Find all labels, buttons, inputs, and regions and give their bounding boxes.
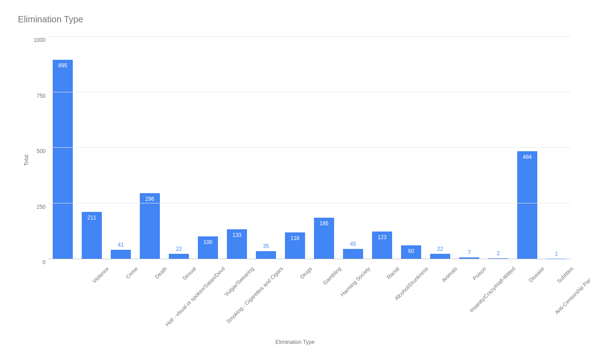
bar-slot: 123 <box>368 37 397 259</box>
x-axis-label: Elimination Type <box>0 339 590 345</box>
bar-slot: 185 <box>310 37 339 259</box>
bar-value-label: 895 <box>58 62 67 69</box>
bar-slot: 41 <box>106 37 135 259</box>
bars-group: 8952114129622100133351181854512360227248… <box>48 37 571 259</box>
bar: 133 <box>227 229 247 259</box>
bar-value-label: 100 <box>203 239 212 245</box>
bar: 35 <box>256 251 276 259</box>
gridline <box>48 203 571 203</box>
bar: 100 <box>198 236 218 259</box>
bar-value-label: 118 <box>290 235 299 241</box>
bar-value-label: 60 <box>408 248 414 254</box>
y-axis-label: Total <box>23 155 29 166</box>
bar-slot: 133 <box>222 37 251 259</box>
bar: 123 <box>372 232 393 259</box>
bar-slot: 7 <box>455 37 484 259</box>
bar-slot: 296 <box>135 37 164 259</box>
bar: 118 <box>285 232 305 259</box>
bar-value-label: 1 <box>555 251 558 257</box>
gridline <box>48 147 571 148</box>
x-label-slot: Insanity/Crazy/Half-Witted <box>455 261 484 323</box>
bar-slot: 45 <box>339 37 368 259</box>
bar-slot: 35 <box>251 37 280 259</box>
x-label-slot: Racial <box>339 261 368 323</box>
x-label-slot: Death <box>106 261 135 323</box>
bar-value-label: 185 <box>319 220 328 227</box>
bar: 7 <box>459 257 480 259</box>
bar-slot: 118 <box>280 37 310 259</box>
bar: 60 <box>401 245 422 259</box>
bar: 41 <box>111 250 131 259</box>
x-label-slot: Gambling <box>280 261 310 323</box>
x-label-slot: Vulgar/Swearing <box>193 261 222 323</box>
x-tick-label: Anti-Censorship Paragraph <box>538 264 590 331</box>
chart-title: Elimination Type <box>18 14 572 25</box>
x-label-slot: Crime <box>77 261 106 323</box>
bar-value-label: 22 <box>176 246 182 252</box>
x-label-slot: Violence <box>48 261 77 323</box>
bar: 484 <box>517 151 538 259</box>
chart-container: Elimination Type Total 89521141296221001… <box>18 14 572 323</box>
x-label-slot: Smoking - Cigarettes and Cigars <box>222 261 251 323</box>
bar-value-label: 7 <box>468 249 471 256</box>
bar-slot: 211 <box>77 37 106 259</box>
x-label-slot: Anti-Censorship Paragraph <box>542 261 571 323</box>
bar-slot: 1 <box>542 37 571 259</box>
bar-value-label: 2 <box>497 250 500 256</box>
bar-value-label: 484 <box>523 154 531 160</box>
bar-value-label: 35 <box>263 243 269 249</box>
bar-slot: 895 <box>48 37 77 259</box>
bar-slot: 100 <box>193 37 222 259</box>
x-label-slot: Disease <box>484 261 513 323</box>
bar-value-label: 133 <box>232 232 241 238</box>
plot-area: 8952114129622100133351181854512360227248… <box>48 37 571 259</box>
bar: 22 <box>169 254 189 259</box>
bar: 22 <box>430 254 451 259</box>
bar: 211 <box>82 212 102 259</box>
x-label-slot: Alcohol/Drunkness <box>368 261 397 323</box>
bar-slot: 60 <box>397 37 426 259</box>
bar: 2 <box>488 258 509 259</box>
bar-slot: 22 <box>164 37 193 259</box>
bar-value-label: 296 <box>145 196 154 202</box>
x-label-slot: Subtitles <box>513 261 542 323</box>
bar: 45 <box>343 249 364 259</box>
x-label-slot: Drugs <box>251 261 280 323</box>
bar-value-label: 41 <box>118 242 124 248</box>
bar-value-label: 123 <box>377 234 386 240</box>
bar: 895 <box>53 60 73 259</box>
bar: 185 <box>314 218 335 259</box>
x-label-slot: Harming Society <box>310 261 339 323</box>
x-label-slot: Sexual <box>135 261 164 323</box>
x-label-slot: Poison <box>426 261 455 323</box>
bar-slot: 484 <box>513 37 542 259</box>
bar-value-label: 45 <box>350 241 356 247</box>
bar-value-label: 22 <box>437 246 443 252</box>
x-label-slot: Hell - visual or spoken/Satan/Devil <box>164 261 193 323</box>
gridline <box>48 36 571 37</box>
x-label-slot: Animals <box>397 261 426 323</box>
x-tick-labels: ViolenceCrimeDeathSexualHell - visual or… <box>48 261 571 323</box>
bar-value-label: 211 <box>87 215 96 221</box>
bar-slot: 2 <box>484 37 513 259</box>
gridline <box>48 92 571 92</box>
bar-slot: 22 <box>426 37 455 259</box>
